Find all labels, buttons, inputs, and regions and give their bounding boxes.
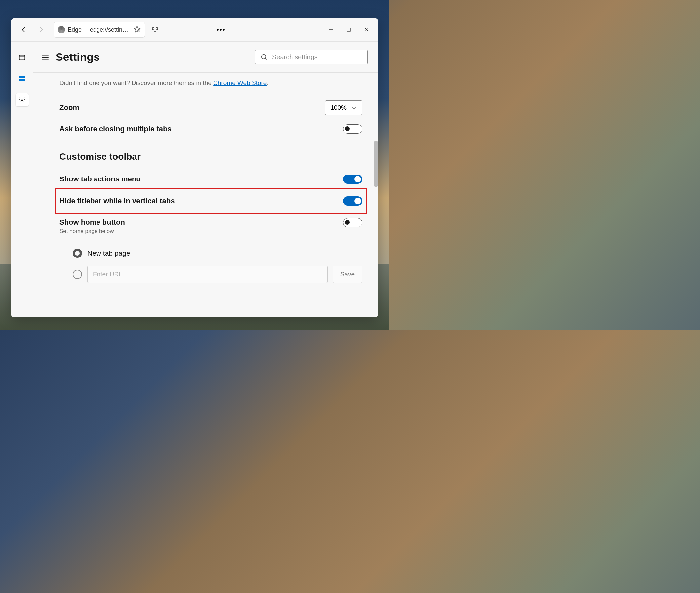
- customise-toolbar-header: Customise toolbar: [59, 151, 362, 162]
- extensions-icon[interactable]: [151, 25, 159, 34]
- highlighted-setting: Hide titlebar while in vertical tabs: [55, 188, 367, 213]
- home-button-toggle[interactable]: [343, 218, 362, 227]
- discover-themes-text: Didn't find one you want? Discover more …: [59, 79, 362, 87]
- tab-actions-toggle[interactable]: [343, 174, 362, 184]
- hamburger-menu[interactable]: [41, 53, 50, 62]
- tab-actions-label: Show tab actions menu: [59, 175, 141, 184]
- chevron-down-icon: [351, 105, 357, 110]
- svg-line-18: [265, 58, 267, 60]
- sidebar-settings-tab[interactable]: [15, 93, 29, 107]
- maximize-button[interactable]: [340, 23, 358, 36]
- svg-rect-10: [23, 79, 25, 81]
- close-button[interactable]: [358, 23, 375, 36]
- new-tab-page-radio[interactable]: [73, 248, 82, 258]
- ask-close-label: Ask before closing multiple tabs: [59, 125, 171, 133]
- forward-button[interactable]: [35, 24, 47, 36]
- hide-titlebar-label: Hide titlebar while in vertical tabs: [59, 197, 174, 205]
- favorite-icon[interactable]: [133, 26, 141, 34]
- zoom-dropdown[interactable]: 100%: [325, 101, 362, 115]
- svg-rect-9: [19, 79, 22, 81]
- search-settings-box[interactable]: [255, 49, 368, 65]
- home-url-input[interactable]: [87, 266, 328, 283]
- save-button[interactable]: Save: [333, 266, 362, 283]
- zoom-value: 100%: [330, 104, 347, 111]
- custom-url-radio[interactable]: [73, 270, 82, 279]
- sidebar-tab-actions[interactable]: [15, 51, 29, 64]
- vertical-tabs-sidebar: [11, 42, 33, 317]
- new-tab-page-label: New tab page: [87, 249, 130, 257]
- search-icon: [261, 53, 268, 61]
- sidebar-windows-tab[interactable]: [15, 72, 29, 85]
- svg-point-17: [262, 54, 266, 58]
- more-menu-button[interactable]: •••: [214, 24, 229, 36]
- page-title: Settings: [55, 50, 100, 64]
- back-button[interactable]: [18, 24, 30, 36]
- svg-rect-7: [19, 76, 22, 78]
- browser-window: Edge edge://settin… •••: [11, 18, 378, 317]
- ask-close-toggle[interactable]: [343, 124, 362, 133]
- tab-app-name: Edge: [68, 27, 82, 33]
- scrollbar[interactable]: [374, 141, 378, 187]
- svg-rect-5: [19, 55, 25, 60]
- svg-point-11: [21, 99, 23, 101]
- tab-url: edge://settin…: [90, 27, 128, 33]
- zoom-label: Zoom: [59, 104, 79, 112]
- settings-content: Settings Didn't find one you want? Disco…: [33, 42, 378, 317]
- home-button-sublabel: Set home page below: [59, 228, 125, 235]
- search-input[interactable]: [272, 53, 362, 61]
- svg-rect-8: [23, 76, 25, 78]
- active-tab[interactable]: Edge edge://settin…: [53, 22, 145, 38]
- chrome-web-store-link[interactable]: Chrome Web Store: [213, 79, 267, 86]
- titlebar: Edge edge://settin… •••: [11, 18, 378, 41]
- home-button-label: Show home button: [59, 218, 125, 227]
- minimize-button[interactable]: [322, 23, 340, 36]
- sidebar-new-tab[interactable]: [15, 114, 29, 128]
- hide-titlebar-toggle[interactable]: [343, 196, 362, 206]
- svg-rect-2: [347, 28, 350, 31]
- edge-icon: [58, 26, 65, 33]
